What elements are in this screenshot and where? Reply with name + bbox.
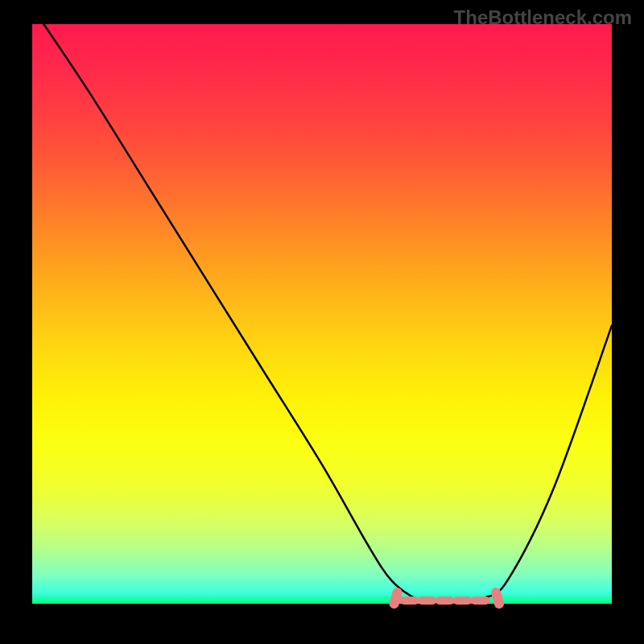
curve-svg — [32, 24, 612, 604]
bottleneck-curve-path — [43, 24, 612, 605]
svg-line-0 — [394, 592, 398, 604]
chart-area — [32, 24, 612, 604]
svg-line-1 — [496, 592, 499, 604]
watermark-text: TheBottleneck.com — [454, 6, 632, 29]
